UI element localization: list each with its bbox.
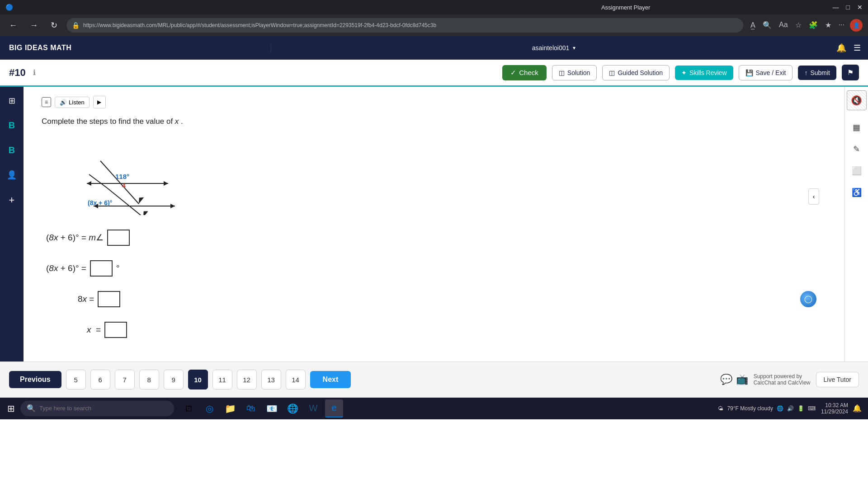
forward-button[interactable]: → xyxy=(26,19,42,32)
user-dropdown-icon[interactable]: ▾ xyxy=(573,45,576,51)
refresh-button[interactable]: ↻ xyxy=(47,19,61,32)
start-button[interactable]: ⊞ xyxy=(4,401,19,416)
outlook-icon[interactable]: 📧 xyxy=(263,399,281,418)
chrome-icon[interactable]: 🌐 xyxy=(283,399,302,418)
page-11-button[interactable]: 11 xyxy=(212,370,232,389)
step3-answer-box[interactable] xyxy=(98,291,120,307)
play-icon: ▶ xyxy=(97,99,101,105)
outlook-app-icon: 📧 xyxy=(266,403,278,414)
listen-bar: ≡ 🔊 Listen ▶ xyxy=(42,96,826,108)
previous-button[interactable]: Previous xyxy=(9,371,61,388)
sidebar-b2-icon[interactable]: B xyxy=(5,141,19,159)
word-icon[interactable]: W xyxy=(304,399,322,418)
submit-button[interactable]: ↑ Submit xyxy=(798,66,836,80)
sidebar-profile-icon[interactable]: 👤 xyxy=(3,166,20,183)
snapshot-button[interactable]: ⬜ xyxy=(847,161,867,181)
collapse-button[interactable]: ‹ xyxy=(808,188,819,205)
calculator-icon: ▦ xyxy=(853,122,860,132)
sidebar-add-icon[interactable]: + xyxy=(5,191,19,210)
save-icon: 💾 xyxy=(745,69,753,76)
page-13-button[interactable]: 13 xyxy=(261,370,281,389)
skills-review-button[interactable]: ✦ Skills Review xyxy=(675,66,733,80)
app-logo: BIG IDEAS MATH xyxy=(9,44,71,52)
info-icon[interactable]: ℹ xyxy=(33,68,36,77)
edge-active-icon[interactable]: e xyxy=(325,399,343,418)
save-exit-button[interactable]: 💾 Save / Exit xyxy=(739,65,793,80)
next-button[interactable]: Next xyxy=(310,371,351,388)
back-button[interactable]: ← xyxy=(5,19,21,32)
menu-icon[interactable]: ☰ xyxy=(854,43,861,53)
notification-icon[interactable]: 🔔 xyxy=(836,43,846,53)
word-app-icon: W xyxy=(309,403,318,413)
svg-text:118°: 118° xyxy=(115,173,129,180)
page-9-label: 9 xyxy=(171,376,175,384)
step2-lhs: (8x + 6)° = xyxy=(46,263,86,273)
draw-button[interactable]: ✎ xyxy=(847,139,867,159)
reader-icon[interactable]: Aa xyxy=(777,19,790,32)
guided-icon: ◫ xyxy=(609,69,615,76)
taskbar-search-input[interactable] xyxy=(39,405,168,412)
profile-avatar[interactable]: 👤 xyxy=(850,19,863,32)
search-icon[interactable]: 🔍 xyxy=(761,19,774,32)
explorer-icon[interactable]: 📁 xyxy=(221,399,239,418)
main-content: ⊞ B B 👤 + ≡ 🔊 Listen ▶ Complete the step… xyxy=(0,87,868,361)
sidebar-b-icon[interactable]: B xyxy=(5,117,19,134)
minimize-button[interactable]: — xyxy=(833,4,839,11)
step2-answer-box[interactable] xyxy=(90,260,113,277)
maximize-button[interactable]: □ xyxy=(846,4,850,11)
page-5-button[interactable]: 5 xyxy=(66,370,86,389)
right-tools: 🔇 ▦ ✎ ⬜ ♿ xyxy=(844,87,868,361)
mute-button[interactable]: 🔇 xyxy=(847,90,867,110)
time-display: 10:32 AM xyxy=(825,402,848,408)
taskbar-search[interactable]: 🔍 xyxy=(20,401,174,416)
app-logo-section: BIG IDEAS MATH xyxy=(0,44,271,52)
skills-icon: ✦ xyxy=(681,69,687,76)
favorites-icon[interactable]: ★ xyxy=(823,19,833,32)
assistant-icon[interactable]: ◯ xyxy=(800,291,816,307)
question-toolbar: #10 ℹ ✓ Check ◫ Solution ◫ Guided Soluti… xyxy=(0,60,868,87)
step-1: (8x + 6)° = m∠ xyxy=(46,230,826,246)
edge-active-app-icon: e xyxy=(331,403,336,413)
flag-button[interactable]: ⚑ xyxy=(842,65,859,80)
translate-icon[interactable]: A̲ xyxy=(749,19,757,32)
calcchat-text: CalcChat and CalcView xyxy=(754,380,811,386)
header-actions: 🔔 ☰ xyxy=(836,43,868,53)
address-bar[interactable]: 🔒 https://www.bigideasmath.com/MRL/publi… xyxy=(66,18,743,33)
geometry-diagram: 118° 4 (8x + 6)° xyxy=(55,138,182,215)
page-8-button[interactable]: 8 xyxy=(139,370,159,389)
titlebar-title: Assignment Player xyxy=(419,4,833,11)
notification-button[interactable]: 🔔 xyxy=(850,401,864,416)
page-9-button[interactable]: 9 xyxy=(164,370,184,389)
svg-marker-10 xyxy=(141,209,149,215)
page-14-button[interactable]: 14 xyxy=(286,370,306,389)
live-tutor-button[interactable]: Live Tutor xyxy=(816,372,859,387)
more-icon[interactable]: ··· xyxy=(837,19,846,32)
check-button[interactable]: ✓ Check xyxy=(502,65,547,80)
page-12-button[interactable]: 12 xyxy=(237,370,257,389)
guided-solution-button[interactable]: ◫ Guided Solution xyxy=(602,65,670,80)
user-section: asainteloi001 ▾ xyxy=(271,44,836,52)
store-icon[interactable]: 🛍 xyxy=(242,399,260,418)
step1-answer-box[interactable] xyxy=(107,230,130,246)
play-button[interactable]: ▶ xyxy=(93,96,106,108)
page-11-label: 11 xyxy=(218,376,226,384)
close-button[interactable]: ✕ xyxy=(857,4,863,11)
edge-icon[interactable]: ◎ xyxy=(200,399,218,418)
extensions-icon[interactable]: 🧩 xyxy=(807,19,820,32)
step4-answer-box[interactable] xyxy=(104,322,127,338)
page-10-button[interactable]: 10 xyxy=(188,370,208,389)
solution-button[interactable]: ◫ Solution xyxy=(552,65,597,80)
page-14-label: 14 xyxy=(292,376,299,384)
accessibility-button[interactable]: ♿ xyxy=(847,183,867,202)
page-7-button[interactable]: 7 xyxy=(115,370,135,389)
svg-text:(8x + 6)°: (8x + 6)° xyxy=(88,199,112,206)
sidebar-grid-icon[interactable]: ⊞ xyxy=(5,92,19,109)
support-icons: 💬 📺 xyxy=(720,374,748,385)
page-6-button[interactable]: 6 xyxy=(90,370,110,389)
bookmark-icon[interactable]: ☆ xyxy=(793,19,803,32)
date-display: 11/29/2024 xyxy=(821,408,848,415)
taskview-button[interactable]: ⊡ xyxy=(179,399,198,418)
svg-line-9 xyxy=(89,174,107,188)
listen-button[interactable]: 🔊 Listen xyxy=(55,97,90,108)
calculator-button[interactable]: ▦ xyxy=(847,117,867,137)
